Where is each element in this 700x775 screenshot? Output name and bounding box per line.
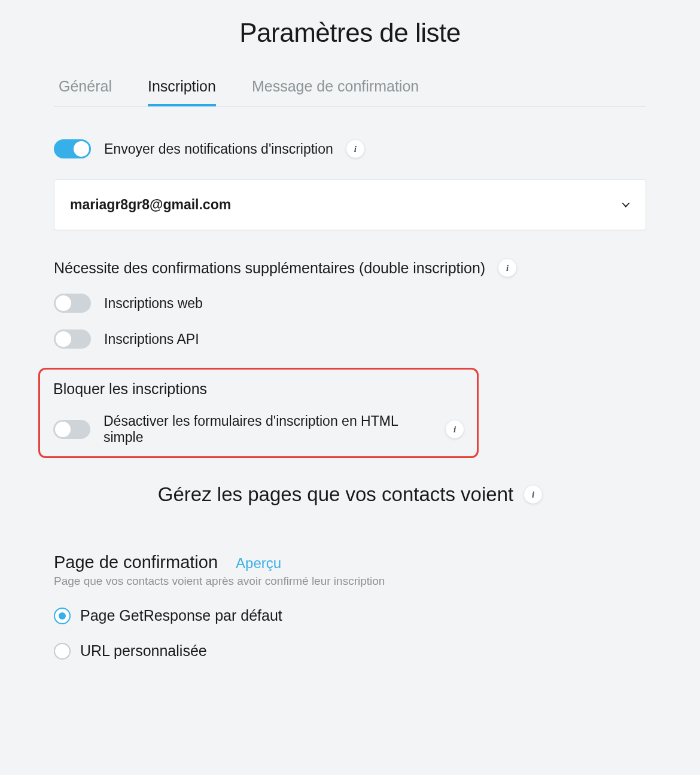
disable-html-forms-toggle[interactable] xyxy=(53,420,90,439)
radio-button xyxy=(54,643,71,660)
info-icon[interactable]: i xyxy=(498,259,516,277)
manage-pages-heading: Gérez les pages que vos contacts voient xyxy=(158,483,513,506)
confirmation-page-description: Page que vos contacts voient après avoir… xyxy=(54,575,646,588)
api-subscriptions-toggle[interactable] xyxy=(54,329,91,349)
info-icon[interactable]: i xyxy=(524,486,542,504)
radio-label-custom: URL personnalisée xyxy=(80,642,207,660)
chevron-down-icon xyxy=(622,203,630,208)
radio-option-default[interactable]: Page GetResponse par défaut xyxy=(54,607,646,624)
info-icon[interactable]: i xyxy=(446,420,464,438)
double-optin-heading: Nécessite des confirmations supplémentai… xyxy=(54,260,485,277)
page-title: Paramètres de liste xyxy=(54,18,646,48)
api-subscriptions-label: Inscriptions API xyxy=(104,331,199,347)
disable-html-forms-label: Désactiver les formulaires d'inscription… xyxy=(104,413,433,446)
notifications-toggle[interactable] xyxy=(54,139,91,158)
tabs-bar: Général Inscription Message de confirmat… xyxy=(54,78,646,106)
block-subscriptions-heading: Bloquer les inscriptions xyxy=(53,380,464,398)
radio-label-default: Page GetResponse par défaut xyxy=(80,607,282,624)
tab-inscription[interactable]: Inscription xyxy=(148,78,216,106)
radio-button xyxy=(54,608,71,624)
notification-email-value: mariagr8gr8@gmail.com xyxy=(70,197,231,213)
tab-general[interactable]: Général xyxy=(59,78,112,106)
block-subscriptions-highlight: Bloquer les inscriptions Désactiver les … xyxy=(38,368,479,458)
web-subscriptions-label: Inscriptions web xyxy=(104,295,203,312)
confirmation-page-title: Page de confirmation xyxy=(54,553,218,572)
preview-link[interactable]: Aperçu xyxy=(236,555,281,572)
radio-option-custom-url[interactable]: URL personnalisée xyxy=(54,642,646,660)
tab-confirmation-message[interactable]: Message de confirmation xyxy=(252,78,419,106)
info-icon[interactable]: i xyxy=(346,140,364,158)
notification-email-dropdown[interactable]: mariagr8gr8@gmail.com xyxy=(54,179,646,230)
notifications-label: Envoyer des notifications d'inscription xyxy=(104,141,333,157)
web-subscriptions-toggle[interactable] xyxy=(54,294,91,313)
